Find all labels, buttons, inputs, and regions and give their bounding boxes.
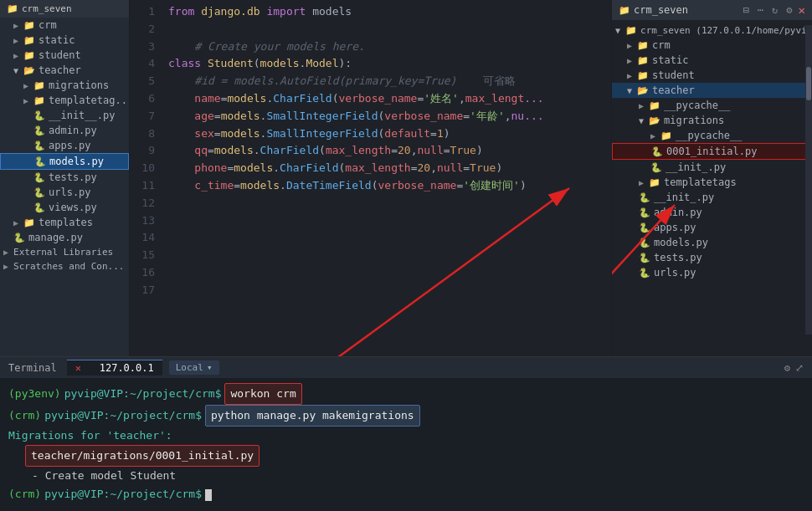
right-tree-crm[interactable]: ▶ 📁 crm (612, 38, 812, 53)
right-tree-teacher[interactable]: ▼ 📂 teacher (612, 83, 812, 98)
sidebar-label-admin: admin.py (49, 125, 97, 136)
py-icon: 🐍 (33, 202, 45, 213)
terminal-line-1: (py3env) pyvip@VIP:~/project/crm$ workon… (8, 383, 804, 405)
arrow-open-icon: ▼ (13, 66, 18, 75)
terminal-tab-127: 127.0.0.1 (100, 362, 154, 374)
sidebar-item-scratches[interactable]: ▶ Scratches and Con... (0, 259, 129, 273)
sidebar-item-admin[interactable]: 🐍 admin.py (0, 123, 129, 138)
right-tree-apps2[interactable]: 🐍 apps.py (612, 220, 812, 235)
sidebar-label-scratches: Scratches and Con... (13, 261, 124, 272)
right-panel-title-text: crm_seven (634, 4, 688, 16)
sidebar-label-ext-libs: External Libraries (13, 247, 113, 258)
term-cmd-2: python manage.py makemigrations (205, 405, 420, 427)
right-label-urls2: urls.py (654, 267, 696, 278)
code-line-11: c_time=models.DateTimeField(verbose_name… (168, 177, 604, 195)
editor-area: 12345 678910 1112131415 1617 from django… (130, 0, 611, 356)
code-line-16 (168, 264, 604, 282)
scrollbar-thumb-v[interactable] (806, 67, 811, 100)
sidebar-item-urls[interactable]: 🐍 urls.py (0, 185, 129, 200)
terminal-tab-local[interactable]: Local ▾ (169, 360, 219, 375)
sidebar-item-migrations[interactable]: ▶ 📁 migrations (0, 78, 129, 93)
terminal-cursor (205, 489, 212, 501)
arrow-icon: ▶ (639, 101, 644, 110)
py-icon: 🐍 (13, 233, 25, 243)
term-cmd-1: workon crm (224, 383, 301, 405)
terminal-body: (py3env) pyvip@VIP:~/project/crm$ workon… (0, 378, 812, 511)
chevron-down-icon: ▾ (207, 362, 213, 373)
close-icon[interactable]: ✕ (799, 3, 805, 17)
right-tree-init3[interactable]: 🐍 __init_.py (612, 190, 812, 205)
sidebar-item-manage[interactable]: 🐍 manage.py (0, 230, 129, 245)
arrow-icon: ▶ (3, 262, 8, 271)
py-icon: 🐍 (651, 146, 663, 157)
sidebar-item-external-libs[interactable]: ▶ External Libraries (0, 245, 129, 259)
code-container: 12345 678910 1112131415 1617 from django… (130, 0, 611, 356)
right-label-0001: 0001_initial.py (666, 146, 757, 157)
right-tree-root[interactable]: ▼ 📁 crm_seven (127.0.0.1/home/pyvip/p...… (612, 23, 812, 38)
py-icon: 🐍 (639, 192, 650, 203)
sidebar-item-teacher[interactable]: ▼ 📂 teacher (0, 63, 129, 78)
terminal-tab-local-label: Local (176, 362, 203, 373)
right-tree-migrations[interactable]: ▼ 📂 migrations (612, 113, 812, 128)
arrow-icon: ▶ (627, 71, 632, 80)
expand-icon[interactable]: ⤢ (795, 362, 804, 374)
right-tree-init2[interactable]: 🐍 __init_.py (612, 160, 812, 175)
term-path-highlight: teacher/migrations/0001_initial.py (25, 445, 260, 467)
code-line-9: qq=models.CharField(max_length=20,null=T… (168, 142, 604, 160)
right-tree-static[interactable]: ▶ 📁 static (612, 53, 812, 68)
sidebar-item-crm[interactable]: ▶ 📁 crm (0, 18, 129, 33)
settings-icon[interactable]: ⚙ (784, 3, 794, 17)
sidebar-item-views[interactable]: 🐍 views.py (0, 200, 129, 215)
right-label-teacher: teacher (652, 84, 695, 96)
right-tree-student[interactable]: ▶ 📁 student (612, 68, 812, 83)
refresh-icon[interactable]: ↻ (769, 3, 780, 17)
folder-open-icon: 📂 (23, 65, 35, 76)
gear-icon[interactable]: ⚙ (784, 362, 790, 374)
right-tree-models2[interactable]: 🐍 models.py (612, 235, 812, 250)
right-label-init3: __init_.py (654, 192, 714, 203)
right-tree-0001-initial[interactable]: 🐍 0001_initial.py (612, 143, 812, 160)
sidebar-item-templatetag[interactable]: ▶ 📁 templatetag... (0, 93, 129, 108)
right-panel-scrollbar[interactable] (805, 25, 812, 335)
folder-icon: 📁 (33, 80, 45, 91)
right-label-apps2: apps.py (654, 222, 696, 233)
right-tree-templatetags[interactable]: ▶ 📁 templatetags (612, 175, 812, 190)
sidebar-label-urls: urls.py (49, 187, 91, 198)
sidebar-label-teacher: teacher (39, 64, 81, 76)
sidebar-item-tests[interactable]: 🐍 tests.py (0, 170, 129, 185)
right-tree-tests2[interactable]: 🐍 tests.py (612, 250, 812, 265)
dots-btn[interactable]: ⋯ (755, 3, 766, 17)
arrow-icon: ▶ (13, 21, 18, 30)
sidebar-item-models[interactable]: 🐍 models.py (0, 153, 129, 170)
right-tree-pycache2[interactable]: ▶ 📁 __pycache__ (612, 128, 812, 143)
code-line-12 (168, 195, 604, 212)
term-create-model: - Create model Student (32, 467, 176, 485)
terminal-line-2: (crm) pyvip@VIP:~/project/crm$ python ma… (8, 405, 804, 427)
sidebar: 📁 crm_seven ▶ 📁 crm ▶ 📁 static ▶ 📁 stude… (0, 0, 130, 356)
sidebar-label-templatetag: templatetag... (49, 95, 130, 106)
right-tree-urls2[interactable]: 🐍 urls.py (612, 265, 812, 280)
code-line-8: sex=models.SmallIntegerField(default=1) (168, 125, 604, 143)
terminal-tab-main[interactable]: ✕ 127.0.0.1 (67, 360, 162, 376)
sidebar-item-student[interactable]: ▶ 📁 student (0, 48, 129, 63)
sidebar-item-init[interactable]: 🐍 __init__.py (0, 108, 129, 123)
py-icon: 🐍 (639, 207, 650, 218)
arrow-icon: ▶ (639, 178, 644, 187)
sidebar-item-templates[interactable]: ▶ 📁 templates (0, 215, 129, 230)
expand-btn[interactable]: ⊟ (741, 3, 752, 17)
code-lines[interactable]: from django.db import models # Create yo… (162, 0, 611, 356)
term-user-1: pyvip@VIP:~/project/crm$ (64, 385, 222, 403)
sidebar-title: crm_seven (22, 3, 72, 14)
right-tree-admin2[interactable]: 🐍 admin.py (612, 205, 812, 220)
right-label-init2: __init_.py (666, 161, 726, 173)
sidebar-label-student: student (39, 49, 81, 61)
line-numbers: 12345 678910 1112131415 1617 (130, 0, 162, 356)
right-label-models2: models.py (654, 237, 708, 248)
right-tree-pycache1[interactable]: ▶ 📁 __pycache__ (612, 98, 812, 113)
py-icon: 🐍 (33, 110, 45, 121)
arrow-icon: ▶ (13, 36, 18, 45)
sidebar-item-static[interactable]: ▶ 📁 static (0, 33, 129, 48)
sidebar-item-apps[interactable]: 🐍 apps.py (0, 138, 129, 153)
right-label-admin2: admin.py (654, 207, 702, 218)
folder-icon: 📁 (23, 20, 35, 31)
